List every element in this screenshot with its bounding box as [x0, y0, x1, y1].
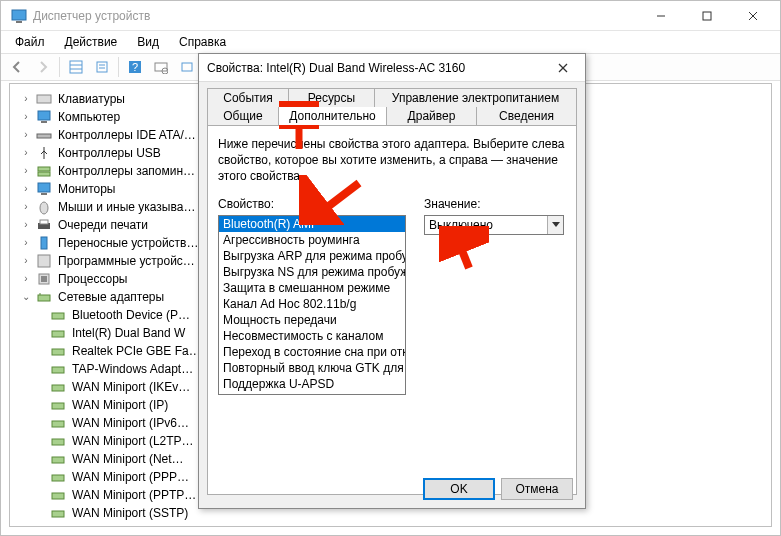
list-item[interactable]: Intel(R) Dual Band W: [70, 324, 187, 342]
list-item[interactable]: Bluetooth Device (P…: [70, 306, 192, 324]
list-item[interactable]: Несовместимость с каналом: [219, 328, 405, 344]
expander-icon[interactable]: ›: [20, 198, 32, 216]
svg-rect-29: [41, 237, 47, 249]
list-item[interactable]: WAN Miniport (IPv6…: [70, 414, 191, 432]
network-icon: [36, 289, 52, 305]
svg-rect-18: [37, 95, 51, 103]
tab-power[interactable]: Управление электропитанием: [375, 88, 577, 107]
toolbar-showall[interactable]: [64, 55, 88, 79]
tree-net[interactable]: Сетевые адаптеры: [56, 288, 166, 306]
expander-icon[interactable]: ›: [20, 162, 32, 180]
expander-icon[interactable]: ⌄: [20, 288, 32, 306]
chevron-down-icon[interactable]: [547, 216, 563, 234]
list-item[interactable]: Realtek PCIe GBE Fa…: [70, 342, 203, 360]
ok-button[interactable]: OK: [423, 478, 495, 500]
list-item[interactable]: Агрессивность роуминга: [219, 232, 405, 248]
list-item[interactable]: Повторный ввод ключа GTK для реж…: [219, 360, 405, 376]
mouse-icon: [36, 199, 52, 215]
tab-driver[interactable]: Драйвер: [387, 107, 477, 125]
minimize-button[interactable]: [638, 1, 684, 31]
toolbar-forward[interactable]: [31, 55, 55, 79]
tab-advanced[interactable]: Дополнительно: [279, 107, 387, 125]
svg-rect-40: [52, 403, 64, 409]
menu-file[interactable]: Файл: [7, 33, 53, 51]
adapter-icon: [50, 397, 66, 413]
svg-rect-37: [52, 349, 64, 355]
maximize-button[interactable]: [684, 1, 730, 31]
menu-help[interactable]: Справка: [171, 33, 234, 51]
menu-view[interactable]: Вид: [129, 33, 167, 51]
list-item[interactable]: Защита в смешанном режиме: [219, 280, 405, 296]
property-listbox[interactable]: Bluetooth(R) AMP Агрессивность роуминга …: [218, 215, 406, 395]
list-item[interactable]: WAN Miniport (PPTP…: [70, 486, 198, 504]
tab-events[interactable]: События: [207, 88, 289, 107]
list-item[interactable]: Bluetooth(R) AMP: [219, 216, 405, 232]
expander-icon[interactable]: ›: [20, 108, 32, 126]
tree-keyboards[interactable]: Клавиатуры: [56, 90, 127, 108]
list-item[interactable]: TAP-Windows Adapt…: [70, 360, 195, 378]
tree-cpu[interactable]: Процессоры: [56, 270, 130, 288]
toolbar-scan[interactable]: [149, 55, 173, 79]
tab-details[interactable]: Сведения: [477, 107, 577, 125]
tree-software[interactable]: Программные устройс…: [56, 252, 197, 270]
menu-action[interactable]: Действие: [57, 33, 126, 51]
svg-rect-1: [16, 21, 22, 23]
svg-point-26: [40, 202, 48, 214]
expander-icon[interactable]: ›: [20, 126, 32, 144]
dialog-close-button[interactable]: [549, 54, 577, 82]
expander-icon[interactable]: ›: [20, 180, 32, 198]
tree-storage[interactable]: Контроллеры запомин…: [56, 162, 197, 180]
tree-computer[interactable]: Компьютер: [56, 108, 122, 126]
device-manager-window: Диспетчер устройств Файл Действие Вид Сп…: [0, 0, 781, 536]
adapter-icon: [50, 505, 66, 521]
tree-portable[interactable]: Переносные устройств…: [56, 234, 201, 252]
close-button[interactable]: [730, 1, 776, 31]
list-item[interactable]: Канал Ad Hoc 802.11b/g: [219, 296, 405, 312]
list-item[interactable]: WAN Miniport (Net…: [70, 450, 186, 468]
list-item[interactable]: Предпочитаемая частота: [219, 392, 405, 395]
advanced-description: Ниже перечислены свойства этого адаптера…: [218, 136, 566, 185]
list-item[interactable]: WAN Miniport (PPP…: [70, 468, 191, 486]
expander-icon[interactable]: ›: [20, 144, 32, 162]
printer-icon: [36, 217, 52, 233]
expander-icon[interactable]: ›: [20, 216, 32, 234]
list-item[interactable]: WAN Miniport (IKEv…: [70, 378, 192, 396]
list-item[interactable]: Поддержка U-APSD: [219, 376, 405, 392]
tab-general[interactable]: Общие: [207, 107, 279, 125]
ide-icon: [36, 127, 52, 143]
adapter-icon: [50, 307, 66, 323]
list-item[interactable]: Выгрузка NS для режима пробужден…: [219, 264, 405, 280]
cancel-button[interactable]: Отмена: [501, 478, 573, 500]
expander-icon[interactable]: ›: [20, 252, 32, 270]
menubar: Файл Действие Вид Справка: [1, 31, 780, 53]
expander-icon[interactable]: ›: [20, 234, 32, 252]
list-item[interactable]: WAN Miniport (L2TP…: [70, 432, 196, 450]
toolbar-help[interactable]: ?: [123, 55, 147, 79]
tree-printq[interactable]: Очереди печати: [56, 216, 150, 234]
tab-resources[interactable]: Ресурсы: [289, 88, 375, 107]
list-item[interactable]: Мощность передачи: [219, 312, 405, 328]
list-item[interactable]: Выгрузка ARP для режима пробужд…: [219, 248, 405, 264]
list-item[interactable]: WAN Miniport (IP): [70, 396, 170, 414]
tree-usb[interactable]: Контроллеры USB: [56, 144, 163, 162]
expander-icon[interactable]: ›: [20, 90, 32, 108]
svg-rect-43: [52, 457, 64, 463]
tree-mice[interactable]: Мыши и иные указыва…: [56, 198, 197, 216]
toolbar-properties[interactable]: [90, 55, 114, 79]
toolbar-back[interactable]: [5, 55, 29, 79]
tab-panel-advanced: Ниже перечислены свойства этого адаптера…: [207, 125, 577, 495]
value-text: Выключено: [425, 218, 547, 232]
svg-rect-44: [52, 475, 64, 481]
svg-rect-46: [52, 511, 64, 517]
svg-rect-0: [12, 10, 26, 20]
value-combobox[interactable]: Выключено: [424, 215, 564, 235]
dialog-titlebar: Свойства: Intel(R) Dual Band Wireless-AC…: [199, 54, 585, 82]
tree-monitors[interactable]: Мониторы: [56, 180, 117, 198]
tree-ide[interactable]: Контроллеры IDE ATA/…: [56, 126, 198, 144]
svg-rect-21: [37, 134, 51, 138]
list-item[interactable]: WAN Miniport (SSTP): [70, 504, 190, 522]
expander-icon[interactable]: ›: [20, 270, 32, 288]
adapter-icon: [50, 415, 66, 431]
toolbar-uninstall[interactable]: [175, 55, 199, 79]
list-item[interactable]: Переход в состояние сна при отклю…: [219, 344, 405, 360]
